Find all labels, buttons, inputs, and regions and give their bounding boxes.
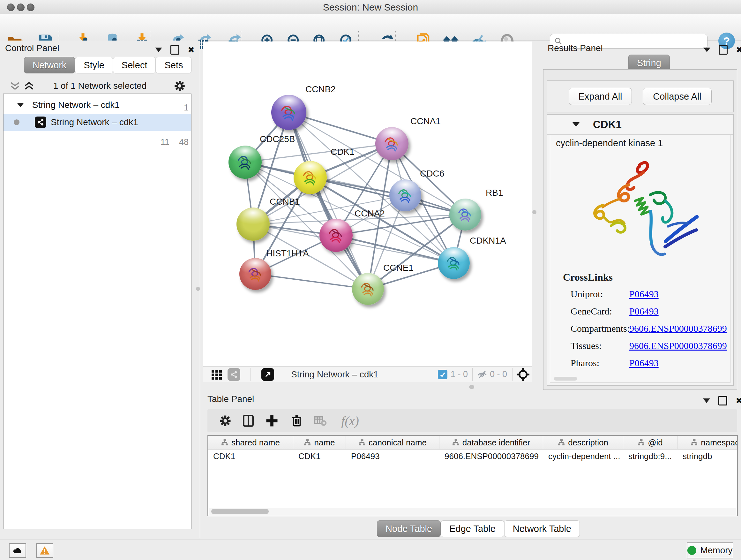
cloud-status-button[interactable] [9, 543, 26, 558]
show-columns-icon[interactable] [241, 413, 256, 428]
edge-ccnb2-ccne1[interactable] [289, 112, 368, 289]
title-bar: Session: New Session [0, 0, 741, 14]
node-cdc25b[interactable] [228, 145, 262, 179]
collection-expand-icon[interactable] [17, 103, 24, 107]
crosslink-row: Pharos:P06493 [570, 358, 727, 375]
column-label: canonical name [368, 438, 427, 448]
protein-structure-image [572, 151, 710, 271]
node-ccna1[interactable] [375, 127, 408, 160]
node-label-ccne1: CCNE1 [383, 263, 414, 273]
warnings-button[interactable] [36, 543, 53, 558]
tab-node-table[interactable]: Node Table [377, 520, 441, 537]
right-splitter-handle[interactable] [532, 210, 536, 214]
hidden-eye-icon[interactable] [476, 369, 488, 380]
node-cdc6[interactable] [389, 179, 421, 211]
column-header-shared-name[interactable]: shared name [208, 436, 293, 449]
edge-hist1h1a-ccne1[interactable] [255, 274, 368, 289]
node-label-ccna2: CCNA2 [354, 208, 385, 219]
birds-eye-view-icon[interactable] [261, 368, 274, 381]
crosslink-row: GeneCard:P06493 [570, 306, 727, 323]
cell-name[interactable]: CDK1 [293, 449, 346, 463]
column-header-canonical-name[interactable]: canonical name [346, 436, 440, 449]
entry-hscrollbar-thumb[interactable] [554, 377, 577, 381]
bottom-splitter-handle[interactable] [469, 385, 474, 389]
table-hscrollbar[interactable] [209, 508, 736, 515]
column-label: database identifier [462, 438, 530, 448]
left-splitter-handle[interactable] [196, 287, 200, 291]
node-cdk1[interactable] [293, 161, 327, 194]
crosslink-link[interactable]: P06493 [629, 306, 659, 317]
column-header-@id[interactable]: @id [623, 436, 677, 449]
gene-entry-panel: CDK1 cyclin-dependent kinase 1 [547, 114, 734, 386]
panel-menu-icon[interactable] [703, 48, 711, 52]
node-rb1[interactable] [449, 199, 481, 231]
cell-@id[interactable]: stringdb:9... [623, 449, 677, 463]
node-label-cdc6: CDC6 [420, 169, 444, 179]
node-label-cdk1: CDK1 [331, 147, 354, 157]
fit-content-crosshair-icon[interactable] [516, 368, 530, 381]
table-row[interactable]: CDK1CDK1P064939606.ENSP00000378699cyclin… [208, 449, 738, 463]
crosslink-link[interactable]: P06493 [629, 289, 659, 300]
node-hist1h1a[interactable] [239, 258, 271, 290]
selected-node-edge-counts: 1 - 0 [451, 369, 468, 379]
network-selector-row: 1 of 1 Network selected [0, 78, 200, 94]
selected-checkbox-icon[interactable] [438, 370, 448, 379]
node-ccne1[interactable] [352, 273, 384, 305]
network-canvas[interactable]: CCNB2CCNA1CDC25BCDK1CDC6RB1CCNB1CCNA2CDK… [203, 42, 532, 366]
string-network-icon [35, 117, 46, 128]
node-cdkn1a[interactable] [438, 247, 470, 279]
entry-collapse-icon[interactable] [572, 122, 580, 127]
tab-network[interactable]: Network [24, 57, 75, 73]
network-collection-row[interactable]: String Network – cdk1 1 [3, 97, 191, 114]
cell-canonical-name[interactable]: P06493 [346, 449, 440, 463]
column-header-database-identifier[interactable]: database identifier [440, 436, 543, 449]
node-ccna2[interactable] [320, 219, 353, 252]
node-ccnb1[interactable] [237, 207, 270, 241]
network-options-gear-icon[interactable] [173, 79, 186, 92]
panel-close-icon[interactable]: ✖ [736, 396, 741, 405]
crosslink-link[interactable]: P06493 [629, 358, 659, 368]
tab-edge-table[interactable]: Edge Table [441, 520, 504, 537]
network-row[interactable]: String Network – cdk1 11 48 [3, 114, 191, 131]
function-builder-icon: f(x) [336, 413, 364, 428]
cell-database-identifier[interactable]: 9606.ENSP00000378699 [440, 449, 543, 463]
gene-entry-header[interactable]: CDK1 [547, 115, 733, 135]
column-header-namespace[interactable]: namespace [677, 436, 738, 449]
collapse-all-button[interactable]: Collapse All [643, 88, 712, 105]
node-label-cdkn1a: CDKN1A [470, 236, 506, 246]
crosslink-row: Compartments:9606.ENSP00000378699 [570, 323, 727, 340]
memory-button[interactable]: Memory [687, 543, 733, 558]
cell-description[interactable]: cyclin-dependent ... [543, 449, 623, 463]
tab-sets[interactable]: Sets [156, 57, 192, 73]
table-hscrollbar-thumb[interactable] [211, 509, 269, 514]
column-header-name[interactable]: name [293, 436, 346, 449]
crosslink-link[interactable]: 9606.ENSP00000378699 [629, 340, 727, 351]
cell-namespace[interactable]: stringdb [677, 449, 738, 463]
panel-menu-icon[interactable] [703, 398, 710, 403]
panel-float-icon[interactable] [719, 45, 728, 55]
panel-float-icon[interactable] [718, 396, 727, 406]
panel-menu-icon[interactable] [155, 48, 162, 52]
crosslink-link[interactable]: 9606.ENSP00000378699 [629, 323, 727, 334]
panel-close-icon[interactable]: ✖ [736, 46, 741, 54]
edge-ccna2-cdkn1a[interactable] [336, 235, 454, 263]
collection-name: String Network – cdk1 [32, 100, 120, 110]
network-view-toolbar: String Network – cdk1 1 - 0 0 - 0 [203, 366, 532, 382]
table-options-gear-icon[interactable] [218, 413, 233, 428]
crosslink-label: Tissues: [570, 340, 602, 351]
grid-view-icon[interactable] [210, 368, 223, 381]
delete-column-trash-icon[interactable] [289, 413, 305, 428]
node-ccnb2[interactable] [271, 95, 307, 130]
panel-close-icon[interactable]: ✖ [188, 46, 195, 54]
node-table: shared namenamecanonical namedatabase id… [207, 435, 738, 516]
tab-style[interactable]: Style [75, 57, 113, 73]
cell-shared-name[interactable]: CDK1 [208, 449, 293, 463]
share-view-icon[interactable] [227, 368, 240, 381]
tab-network-table[interactable]: Network Table [504, 520, 580, 537]
panel-float-icon[interactable] [171, 45, 179, 55]
create-column-plus-icon[interactable] [264, 413, 280, 428]
column-header-description[interactable]: description [543, 436, 623, 449]
expand-all-button[interactable]: Expand All [569, 88, 632, 105]
tab-select[interactable]: Select [113, 57, 156, 73]
results-tab-string[interactable]: String [628, 55, 670, 71]
